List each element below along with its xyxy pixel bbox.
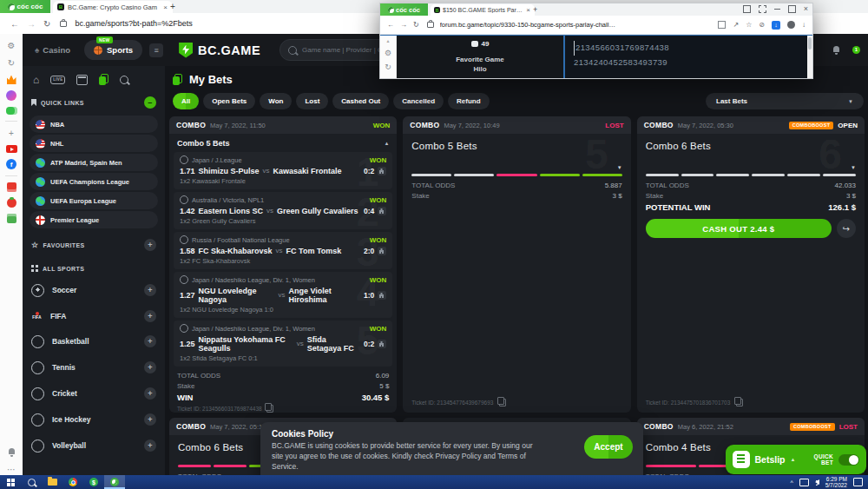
sidebar-item-nba[interactable]: NBA	[30, 116, 158, 133]
sidebar-item-atp-madrid-spain-men[interactable]: ATP Madrid, Spain Men	[30, 154, 158, 171]
messenger-icon[interactable]	[6, 90, 16, 101]
bet-leg[interactable]: 5Japan / Nadeshiko League, Div. 1, Women…	[174, 320, 392, 367]
copy-icon[interactable]	[499, 399, 506, 406]
translate-icon[interactable]	[718, 21, 726, 29]
bookmark-star-icon[interactable]: ☆	[746, 21, 752, 29]
sidebar-item-premier-league[interactable]: Premier League	[30, 211, 158, 228]
sidebar-item-cricket[interactable]: Cricket+	[23, 380, 165, 406]
stats-icon[interactable]	[378, 291, 386, 300]
copy-icon[interactable]	[266, 405, 273, 413]
filter-tab-cashed-out[interactable]: Cashed Out	[332, 93, 389, 109]
bcgame-logo[interactable]: BC.GAME	[179, 43, 260, 58]
sidebar-item-uefa-champions-league[interactable]: UEFA Champions League	[30, 173, 158, 190]
popup-tab[interactable]: B $150 BC.GAME Sports Parlay ×	[431, 4, 535, 16]
schedule-icon[interactable]	[76, 75, 88, 85]
coccoc-taskbar-icon[interactable]	[104, 475, 125, 489]
bet-card-combo-won[interactable]: COMBO May 7, 2022, 11:50 WON Combo 5 Bet…	[169, 116, 397, 413]
expand-sport-button[interactable]: +	[144, 413, 156, 426]
filter-tab-won[interactable]: Won	[260, 93, 292, 109]
live-icon[interactable]: LIVE	[50, 76, 65, 84]
lock-icon[interactable]	[427, 22, 434, 28]
forward-icon[interactable]: →	[400, 21, 407, 29]
browser-tab[interactable]: B BC.Game: Crypto Casino Gam ×	[53, 1, 173, 13]
ticket-number[interactable]: 2134566031769874438	[574, 41, 812, 56]
sidebar-item-uefa-europa-league[interactable]: UEFA Europa League	[30, 192, 158, 209]
back-icon[interactable]: ←	[387, 21, 394, 29]
volume-icon[interactable]	[815, 479, 819, 485]
popup-tab-close-icon[interactable]: ×	[525, 6, 531, 14]
reload-icon[interactable]: ↻	[413, 21, 419, 29]
sidebar-search-icon[interactable]	[120, 76, 128, 84]
network-icon[interactable]	[799, 479, 809, 486]
forward-icon[interactable]: →	[27, 19, 36, 29]
action-center-icon[interactable]	[853, 478, 863, 486]
share-button[interactable]: ↪	[837, 219, 856, 238]
nav-sports[interactable]: NEW Sports	[84, 40, 142, 60]
expand-sport-button[interactable]: +	[144, 310, 156, 322]
sidebar-item-nhl[interactable]: NHL	[30, 135, 158, 152]
start-button[interactable]	[0, 475, 21, 489]
expand-sport-button[interactable]: +	[144, 361, 156, 373]
more-icon[interactable]: ⋯	[6, 464, 17, 475]
profile-avatar[interactable]	[787, 21, 795, 29]
bell-icon[interactable]	[832, 46, 840, 55]
sidebar-item-fifa[interactable]: FIFAFIFA+	[23, 303, 165, 328]
bet-leg[interactable]: 1Japan / J.LeagueWON1.71Shimizu S-Pulsev…	[174, 152, 392, 189]
quick-bet-toggle[interactable]	[838, 454, 859, 466]
popup-scrollbar[interactable]	[807, 36, 812, 78]
popup-url-text[interactable]: forum.bc.game/topic/9330-150-bcgame-spor…	[440, 21, 618, 29]
maximize-icon[interactable]	[788, 5, 796, 13]
bet-card-title-row[interactable]: Combo 5 Bets ▲	[169, 134, 397, 152]
add-icon[interactable]: +	[6, 128, 17, 139]
cash-out-button[interactable]: CASH OUT 2.44 $	[646, 219, 832, 238]
bet-card-combo-lost[interactable]: COMBO May 7, 2022, 10:49 LOST 5 Combo 5 …	[403, 116, 630, 413]
sidebar-item-ice-hockey[interactable]: Ice Hockey+	[23, 406, 165, 433]
expand-sport-button[interactable]: +	[144, 335, 156, 347]
bet-leg[interactable]: 3Russia / Football National LeagueWON1.5…	[174, 232, 392, 269]
url-text[interactable]: bc.game/sports?bt-path=%2Fbets	[75, 19, 192, 28]
expand-sport-button[interactable]: +	[144, 387, 156, 400]
add-favourite-button[interactable]: +	[144, 239, 156, 251]
tab-tools-icon[interactable]	[759, 5, 766, 13]
popup-new-tab-button[interactable]: +	[533, 5, 537, 14]
ticket-number[interactable]: 2134240452583493739	[574, 56, 812, 70]
ticket-numbers-panel[interactable]: 21345660317698744382134240452583493739	[563, 36, 812, 78]
expand-sport-button[interactable]: +	[144, 439, 156, 452]
download-icon[interactable]: ↓	[772, 21, 780, 30]
collapse-quick-links-button[interactable]: –	[144, 96, 156, 109]
filter-tab-all[interactable]: All	[173, 93, 199, 109]
popup-window[interactable]: cốc cốc B $150 BC.GAME Sports Parlay × +…	[379, 3, 813, 79]
hot-icon[interactable]	[7, 75, 16, 84]
my-bets-icon[interactable]	[99, 74, 108, 85]
facebook-icon[interactable]: f	[6, 159, 16, 169]
bet-leg[interactable]: 4Japan / Nadeshiko League, Div. 1, Women…	[174, 272, 392, 318]
coccoc-brand[interactable]: cốc cốc	[0, 0, 50, 13]
downloads-tray-icon[interactable]: ↓	[802, 21, 806, 29]
sidebar-item-tennis[interactable]: Tennis+	[23, 354, 165, 380]
nav-casino[interactable]: ♠ Casino	[35, 45, 70, 55]
expand-icon[interactable]: ▼	[617, 165, 622, 170]
history-icon[interactable]: ↻	[385, 63, 391, 71]
bell-icon[interactable]	[6, 446, 17, 458]
new-tab-button[interactable]: +	[170, 2, 175, 11]
bet-leg[interactable]: 2Australia / Victoria, NPL1WON1.42Easter…	[174, 192, 392, 229]
expand-sport-button[interactable]: +	[144, 284, 156, 296]
stats-icon[interactable]	[378, 340, 386, 348]
accept-cookies-button[interactable]: Accept	[584, 435, 633, 459]
blocker-icon[interactable]: ⊘	[759, 21, 765, 29]
money-app-icon[interactable]: $	[83, 475, 104, 489]
filter-tab-cancelled[interactable]: Cancelled	[393, 93, 444, 109]
lock-icon[interactable]	[60, 21, 67, 27]
filter-tab-refund[interactable]: Refund	[448, 93, 490, 109]
sidebar-item-volleyball[interactable]: Volleyball+	[23, 433, 165, 459]
betslip-bar[interactable]: Betslip ▲ QUICK BET	[726, 445, 866, 474]
minimize-icon[interactable]	[774, 9, 780, 10]
file-explorer-icon[interactable]	[42, 475, 62, 489]
tray-expand-icon[interactable]: ^	[790, 479, 792, 486]
home-icon[interactable]: ⌂	[33, 76, 39, 84]
share-icon[interactable]: ↗	[733, 21, 739, 29]
tab-close-icon[interactable]: ×	[162, 3, 168, 11]
filter-tab-open-bets[interactable]: Open Bets	[203, 93, 255, 109]
settings-icon[interactable]: ⚙	[6, 40, 17, 51]
chrome-icon[interactable]	[62, 475, 83, 489]
